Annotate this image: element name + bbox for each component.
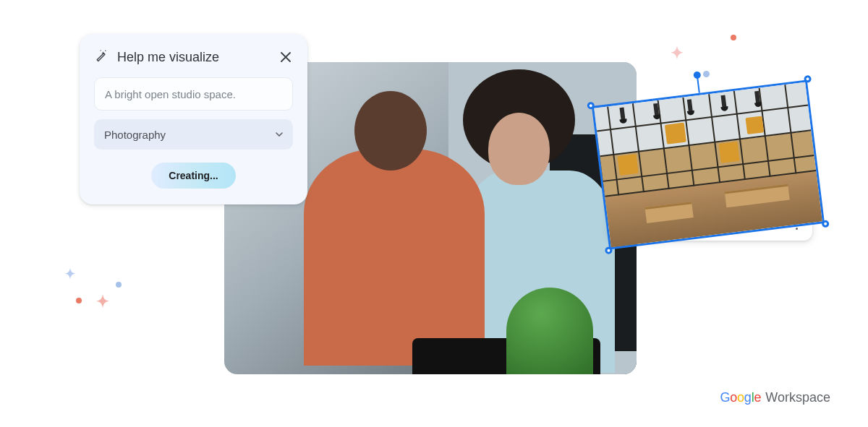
decorative-dot <box>76 298 82 303</box>
style-select-label: Photography <box>104 129 271 141</box>
rotate-handle[interactable] <box>693 71 701 79</box>
chevron-down-icon <box>276 131 283 138</box>
google-wordmark: Google <box>720 390 761 405</box>
create-button[interactable]: Creating... <box>151 163 235 189</box>
sparkle-icon <box>664 43 690 69</box>
workspace-wordmark: Workspace <box>765 390 830 405</box>
help-me-visualize-panel: Help me visualize Photography Creating..… <box>80 34 307 204</box>
prompt-input-wrapper[interactable] <box>94 77 293 111</box>
decorative-dot <box>703 71 710 77</box>
google-workspace-logo: Google Workspace <box>720 390 830 405</box>
sparkle-icon <box>59 266 81 288</box>
sparkle-icon <box>90 292 116 318</box>
resize-handle-ne[interactable] <box>804 75 812 83</box>
decorative-dot <box>116 282 122 288</box>
close-icon[interactable] <box>278 50 293 64</box>
style-select[interactable]: Photography <box>94 119 293 150</box>
generated-image-selection[interactable] <box>592 79 825 249</box>
svg-point-0 <box>105 51 106 52</box>
decorative-dot <box>731 35 736 40</box>
prompt-input[interactable] <box>105 88 282 100</box>
resize-handle-se[interactable] <box>822 220 830 228</box>
generated-image <box>594 82 822 247</box>
panel-title: Help me visualize <box>117 50 270 65</box>
svg-point-1 <box>101 50 101 51</box>
magic-wand-icon <box>94 48 109 66</box>
